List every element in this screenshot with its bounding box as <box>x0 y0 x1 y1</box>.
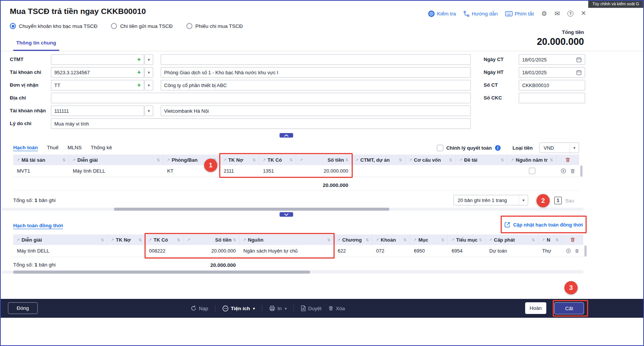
sort-icon[interactable]: ⇅ <box>101 238 104 242</box>
add-plus-icon[interactable]: + <box>137 82 141 88</box>
gear-icon[interactable]: ⚙ <box>541 11 547 17</box>
tai-khoan-chi-input[interactable]: 9523.3.1234567+ <box>51 67 144 78</box>
don-vi-nhan-input[interactable]: TT+ <box>51 80 144 90</box>
column-header-nguon[interactable]: Nguồn⇅ <box>240 234 334 245</box>
vertical-scrollbar[interactable] <box>580 165 583 177</box>
cell-n[interactable]: Thự <box>538 245 562 257</box>
column-header-cap_phat[interactable]: Cấp phát⇅ <box>486 234 538 245</box>
sort-icon[interactable]: ⇅ <box>327 238 330 242</box>
trash-icon[interactable] <box>565 157 570 162</box>
column-header-tk_co[interactable]: TK Có⇅ <box>259 155 296 165</box>
add-plus-icon[interactable]: + <box>137 57 141 63</box>
info-icon[interactable]: i <box>495 145 501 151</box>
column-header-de_tai[interactable]: Đề tài⇅ <box>456 155 507 165</box>
ngay-ht-input[interactable]: 18/01/2025 <box>519 67 585 78</box>
column-header-so_tien[interactable]: Số tiền⇅ <box>296 155 352 165</box>
column-header-nguon_nam_truoc[interactable]: Nguồn năm tr⇅ <box>507 155 556 165</box>
don-vi-nhan-dropdown-button[interactable]: ▾ <box>144 80 153 90</box>
cell-ctmt_du_an[interactable] <box>352 165 406 177</box>
save-button[interactable]: Cất <box>554 302 584 314</box>
cell-muc[interactable]: 6950 <box>410 245 448 257</box>
tab-thue[interactable]: Thuế <box>47 145 58 150</box>
tab-mlns[interactable]: MLNS <box>68 145 82 150</box>
sort-icon[interactable]: ⇅ <box>253 158 256 162</box>
calendar-icon[interactable] <box>576 70 582 75</box>
add-row-icon[interactable] <box>566 248 571 254</box>
radio-chuyen-khoan-kho-bac[interactable]: Chuyển khoản kho bạc mua TSCĐ <box>10 23 97 29</box>
shortcuts-link[interactable]: Phím tắt <box>505 11 533 17</box>
reload-button[interactable]: Nạp <box>191 305 208 311</box>
ly-do-chi-input[interactable]: Mua máy vi tính <box>51 118 471 129</box>
collapse-top-button[interactable] <box>280 133 293 138</box>
cell-tk_no[interactable]: 2111 <box>220 165 259 177</box>
collapse-bottom-button[interactable] <box>280 212 293 217</box>
sort-icon[interactable]: ⇅ <box>290 158 293 162</box>
don-vi-nhan-desc-field[interactable]: Công ty cổ phần thiết bị ABC <box>161 80 471 90</box>
cell-chuong[interactable]: 622 <box>334 245 372 257</box>
tai-khoan-nhan-desc-field[interactable]: Vietcombank Hà Nội <box>161 106 471 116</box>
cell-nguon_nam_truoc[interactable] <box>507 165 556 177</box>
help-icon[interactable]: ? <box>567 11 573 17</box>
sort-icon[interactable]: ⇅ <box>550 158 553 162</box>
sort-icon[interactable]: ⇅ <box>441 238 444 242</box>
column-header-tk_no[interactable]: TK Nợ⇅ <box>108 234 145 245</box>
sort-icon[interactable]: ⇅ <box>556 238 559 242</box>
tab-thong-ke[interactable]: Thống kê <box>91 145 112 150</box>
currency-select[interactable]: VND ▾ <box>539 142 579 153</box>
next-page-button[interactable]: Sau <box>565 198 574 204</box>
trash-icon[interactable] <box>570 237 575 242</box>
sort-icon[interactable]: ⇅ <box>233 238 236 242</box>
chinh-ly-checkbox[interactable] <box>437 145 443 151</box>
sort-icon[interactable]: ⇅ <box>366 238 369 242</box>
cell-so_tien[interactable]: 20.000.000 <box>184 245 240 257</box>
sort-icon[interactable]: ⇅ <box>139 238 142 242</box>
tai-khoan-chi-dropdown-button[interactable]: ▾ <box>144 67 153 78</box>
cell-tieu_muc[interactable]: 6954 <box>448 245 486 257</box>
page-size-select[interactable]: 20 bản ghi trên 1 trang ▾ <box>453 195 528 205</box>
tab-hach-toan[interactable]: Hạch toán <box>13 145 38 150</box>
page-number[interactable]: 1 <box>554 197 562 204</box>
column-header-ma_tai_san[interactable]: Mã tài sản⇅ <box>13 155 69 165</box>
radio-chi-tien-gui[interactable]: Chi tiền gửi mua TSCĐ <box>111 23 172 29</box>
calendar-icon[interactable] <box>576 57 582 63</box>
sort-icon[interactable]: ⇅ <box>404 238 407 242</box>
mail-icon[interactable]: ✉ <box>555 11 560 17</box>
tai-khoan-chi-desc-field[interactable]: Phòng Giao dịch số 1 - Kho bạc Nhà nước … <box>161 67 471 78</box>
column-header-ctmt_du_an[interactable]: CTMT, dự án⇅ <box>352 155 406 165</box>
so-ckc-input[interactable] <box>519 93 585 103</box>
cell-ma_tai_san[interactable]: MVT1 <box>13 165 69 177</box>
add-row-icon[interactable] <box>561 168 566 174</box>
ctmt-code-input[interactable]: + <box>51 54 144 65</box>
sort-icon[interactable]: ⇅ <box>501 158 504 162</box>
cell-tk_co[interactable]: 008222 <box>145 245 184 257</box>
sort-icon[interactable]: ⇅ <box>479 238 482 242</box>
tab-thong-tin-chung[interactable]: Thông tin chung <box>13 35 59 51</box>
horizontal-scrollbar-thumb[interactable] <box>13 271 310 274</box>
check-link[interactable]: Kiểm tra <box>428 10 456 17</box>
row-checkbox[interactable] <box>529 168 535 174</box>
sort-icon[interactable]: ⇅ <box>399 158 402 162</box>
column-header-dien_giai[interactable]: Diễn giải⇅ <box>13 234 108 245</box>
cell-tk_no[interactable] <box>108 245 145 257</box>
column-header-chuong[interactable]: Chương⇅ <box>334 234 372 245</box>
add-plus-icon[interactable]: + <box>137 69 141 75</box>
utilities-button[interactable]: Tiện ích ▾ <box>222 305 255 312</box>
cell-cap_phat[interactable]: Dự toán <box>486 245 538 257</box>
column-header-tk_no[interactable]: TK Nợ⇅ <box>220 155 259 165</box>
column-header-n[interactable]: N⇅ <box>538 234 562 245</box>
cell-khoan[interactable]: 072 <box>372 245 410 257</box>
update-simultaneous-button[interactable]: Cập nhật hạch toán đồng thời <box>503 219 584 231</box>
simultaneous-section-link[interactable]: Hạch toán đồng thời <box>13 223 63 228</box>
sort-icon[interactable]: ⇅ <box>63 158 66 162</box>
cell-de_tai[interactable] <box>456 165 507 177</box>
cell-dien_giai[interactable]: Máy tính DELL <box>13 245 108 257</box>
so-ct-input[interactable]: CKKB00010 <box>519 80 585 90</box>
guide-link[interactable]: Hướng dẫn <box>463 11 498 17</box>
vertical-scrollbar[interactable] <box>584 245 587 257</box>
delete-button[interactable]: Xóa <box>328 306 345 311</box>
approve-button[interactable]: Duyệt <box>301 305 321 311</box>
cell-co_cau_von[interactable] <box>406 165 456 177</box>
sort-icon[interactable]: ⇅ <box>177 238 180 242</box>
column-header-phong_ban[interactable]: Phòng/Ban⇅ <box>163 155 220 165</box>
column-header-muc[interactable]: Mục⇅ <box>410 234 448 245</box>
